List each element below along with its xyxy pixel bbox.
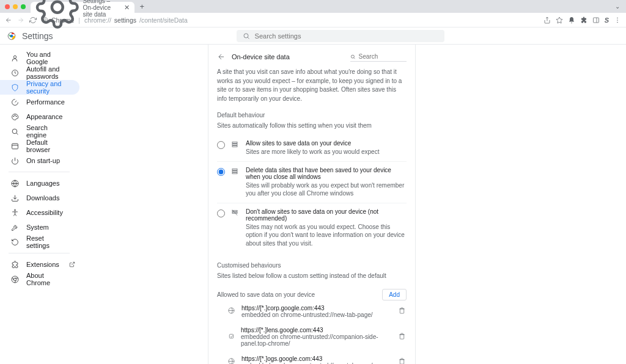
bookmark-icon[interactable] <box>556 16 563 24</box>
svg-point-2 <box>44 19 46 21</box>
url-separator: | <box>78 16 80 24</box>
radio-subtitle: Sites may not work as you would expect. … <box>246 223 407 248</box>
nav-separator <box>9 172 70 172</box>
storage-icon <box>231 140 240 150</box>
site-url: https://[*.]ogs.google.com:443 <box>241 355 373 362</box>
sidebar-item-about-chrome[interactable]: About Chrome <box>0 272 79 286</box>
sidebar-item-you-and-google[interactable]: You and Google <box>0 51 79 65</box>
close-tab-icon[interactable]: ✕ <box>124 4 130 12</box>
power-icon <box>11 157 19 165</box>
nav-label: Downloads <box>26 194 59 202</box>
nav-label: Languages <box>26 180 59 187</box>
browser-tabbar: Settings – On-device site data ✕ + ⌄ <box>0 0 626 13</box>
svg-rect-3 <box>593 18 598 23</box>
menu-icon[interactable] <box>614 16 621 24</box>
forward-icon[interactable] <box>17 16 24 24</box>
storage-icon <box>231 167 240 177</box>
panel-search-input[interactable] <box>359 53 407 60</box>
svg-point-29 <box>351 55 354 58</box>
radio-title: Allow sites to save data on your device <box>246 140 379 147</box>
nav-buttons <box>5 16 37 24</box>
radio-input[interactable] <box>217 209 225 217</box>
radio-title: Don't allow sites to save data on your d… <box>246 208 407 222</box>
side-panel-icon[interactable] <box>592 16 600 24</box>
globe-icon <box>11 180 19 187</box>
sidebar-item-accessibility[interactable]: Accessibility <box>0 205 79 220</box>
back-icon[interactable] <box>5 16 12 24</box>
svg-rect-33 <box>232 146 237 147</box>
sidebar-item-reset-settings[interactable]: Reset settings <box>0 235 79 249</box>
tab-overflow-icon[interactable]: ⌄ <box>615 3 620 10</box>
panel-title: On-device site data <box>232 53 290 60</box>
svg-rect-35 <box>232 170 237 172</box>
page-title: Settings <box>22 31 53 41</box>
site-row: https://[*.]lens.google.com:443embedded … <box>217 322 407 351</box>
custom-subheading: Sites listed below follow a custom setti… <box>217 272 407 279</box>
svg-point-12 <box>13 56 16 58</box>
toolbar-right: S <box>543 16 621 24</box>
sidebar-item-performance[interactable]: Performance <box>0 95 79 109</box>
search-settings-field[interactable] <box>237 30 444 42</box>
sidebar-item-search-engine[interactable]: Search engine <box>0 124 79 139</box>
allowed-heading: Allowed to save data on your device <box>217 291 315 298</box>
radio-input[interactable] <box>217 141 225 149</box>
maximize-window-icon[interactable] <box>21 4 26 9</box>
search-icon <box>11 128 19 136</box>
address-field[interactable]: Chrome | chrome://settings/content/siteD… <box>42 16 188 24</box>
sidebar-item-downloads[interactable]: Downloads <box>0 191 79 205</box>
nav-label: Default browser <box>26 139 68 153</box>
site-embedded: embedded on chrome-untrusted://new-tab-p… <box>241 311 373 318</box>
nav-label: Performance <box>26 98 65 106</box>
sidebar-item-autofill-and-passwords[interactable]: Autofill and passwords <box>0 65 79 80</box>
profile-avatar[interactable]: S <box>605 16 609 24</box>
accessibility-icon <box>11 209 19 217</box>
reload-icon[interactable] <box>29 16 37 24</box>
add-allowed-button[interactable]: Add <box>382 289 407 300</box>
minimize-window-icon[interactable] <box>13 4 18 9</box>
reset-icon <box>11 238 19 246</box>
close-window-icon[interactable] <box>5 4 10 9</box>
nav-label: You and Google <box>26 51 68 65</box>
notifications-icon[interactable] <box>568 16 575 24</box>
extensions-icon[interactable] <box>580 16 587 24</box>
svg-point-7 <box>617 21 618 23</box>
sidebar-item-languages[interactable]: Languages <box>0 176 79 191</box>
svg-point-0 <box>52 2 63 13</box>
sidebar-item-system[interactable]: System <box>0 220 79 235</box>
nav-label: Search engine <box>26 124 68 139</box>
panel-search-field[interactable] <box>350 52 407 62</box>
url-scheme: chrome:// <box>84 16 111 24</box>
svg-line-30 <box>354 57 355 59</box>
new-tab-button[interactable]: + <box>139 2 144 11</box>
sidebar-item-extensions[interactable]: Extensions <box>0 257 79 272</box>
storage-icon <box>231 209 240 218</box>
settings-header: Settings <box>0 27 626 45</box>
chrome-logo-icon <box>7 32 16 40</box>
nav-separator <box>9 253 70 253</box>
share-icon[interactable] <box>543 16 551 24</box>
site-row: https://[*.]corp.google.com:443embedded … <box>217 300 407 322</box>
radio-subtitle: Sites will probably work as you expect b… <box>246 181 407 198</box>
back-arrow-icon[interactable] <box>217 53 226 61</box>
sidebar-item-privacy-and-security[interactable]: Privacy and security <box>0 80 79 95</box>
search-settings-input[interactable] <box>255 32 438 40</box>
default-subheading: Sites automatically follow this setting … <box>217 122 407 129</box>
settings-favicon-icon <box>35 0 79 29</box>
svg-point-17 <box>12 129 17 134</box>
radio-option-2[interactable]: Don't allow sites to save data on your d… <box>217 203 407 253</box>
sidebar-item-default-browser[interactable]: Default browser <box>0 139 79 153</box>
site-icon <box>228 307 235 316</box>
radio-option-0[interactable]: Allow sites to save data on your deviceS… <box>217 135 407 162</box>
window-controls <box>5 4 26 9</box>
nav-label: Reset settings <box>26 235 68 249</box>
delete-site-button[interactable] <box>399 358 405 364</box>
sidebar-item-appearance[interactable]: Appearance <box>0 109 79 124</box>
radio-option-1[interactable]: Delete data sites that have been saved t… <box>217 162 407 203</box>
sidebar-item-on-start-up[interactable]: On start-up <box>0 153 79 168</box>
browser-tab[interactable]: Settings – On-device site data ✕ <box>31 2 134 13</box>
delete-site-button[interactable] <box>399 307 405 316</box>
wrench-icon <box>11 224 19 231</box>
svg-rect-34 <box>232 169 237 170</box>
radio-input[interactable] <box>217 168 225 176</box>
delete-site-button[interactable] <box>399 333 405 341</box>
